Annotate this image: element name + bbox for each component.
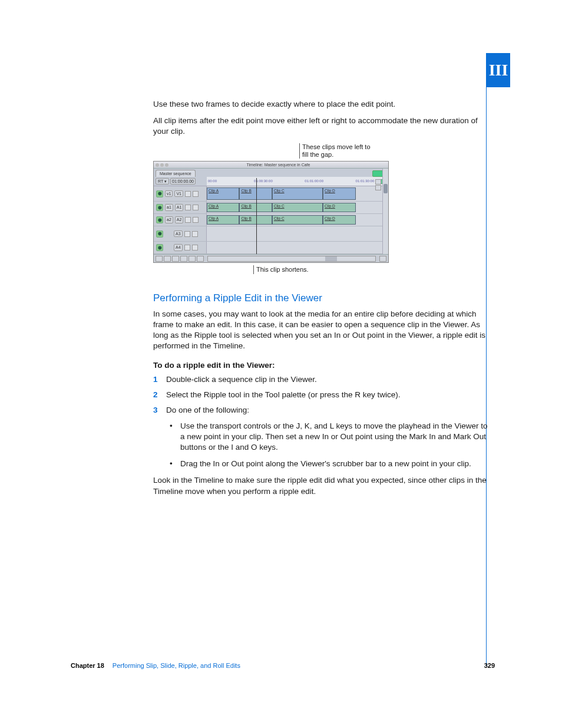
- step-text: Do one of the following:: [166, 405, 489, 416]
- audio-track: ⬤ A3: [154, 226, 388, 242]
- track-body[interactable]: [207, 242, 388, 253]
- dst-label[interactable]: A1: [175, 204, 184, 210]
- clip[interactable]: Clip C: [272, 187, 323, 200]
- page-footer: Chapter 18 Performing Slip, Slide, Rippl…: [71, 662, 495, 669]
- lock-icon[interactable]: [184, 231, 190, 237]
- dst-label[interactable]: V1: [174, 190, 183, 197]
- window-title: Timeline: Master sequence in Cafe: [168, 162, 388, 167]
- horizontal-scrollbar[interactable]: [207, 256, 376, 262]
- clip[interactable]: Clip D: [323, 187, 355, 200]
- step-number: 1: [153, 374, 166, 385]
- callout-text: This clip shortens.: [253, 265, 324, 274]
- video-track: ⬤ v1 V1 Clip A Clip B Clip C Clip D: [154, 186, 388, 202]
- timeline-window: Timeline: Master sequence in Cafe Master…: [153, 161, 389, 263]
- lock-icon[interactable]: [185, 191, 191, 197]
- toolbar-button[interactable]: [164, 256, 171, 262]
- visibility-icon[interactable]: [193, 191, 199, 197]
- clip[interactable]: Clip A: [207, 215, 239, 225]
- clip[interactable]: Clip A: [207, 187, 239, 200]
- src-label[interactable]: a1: [165, 204, 173, 210]
- timeline-footer: [154, 254, 388, 262]
- step-text: Select the Ripple tool in the Tool palet…: [166, 390, 489, 400]
- mute-icon[interactable]: [192, 245, 198, 251]
- clip[interactable]: Clip D: [323, 215, 355, 225]
- clip[interactable]: Clip C: [272, 203, 323, 212]
- paragraph: All clip items after the edit point move…: [153, 116, 489, 137]
- chapter-label: Chapter 18: [71, 662, 104, 669]
- lock-icon[interactable]: [185, 205, 191, 210]
- traffic-lights[interactable]: [156, 163, 168, 167]
- toolbar-button[interactable]: [172, 256, 179, 262]
- track-body[interactable]: [207, 226, 388, 241]
- page-number: 329: [484, 662, 495, 669]
- bullet-text: Drag the In or Out point along the Viewe…: [180, 459, 471, 469]
- ruler-tick: 01:01:30:00: [356, 179, 375, 183]
- step-item: 2 Select the Ripple tool in the Tool pal…: [153, 390, 489, 400]
- sequence-tab[interactable]: Master sequence: [156, 170, 196, 177]
- clip[interactable]: Clip C: [272, 215, 323, 225]
- mute-icon[interactable]: [193, 217, 199, 223]
- bullet-text: Use the transport controls or the J, K, …: [180, 421, 489, 453]
- src-label[interactable]: v1: [165, 190, 173, 197]
- timeline-ruler[interactable]: 00:00 01:00:30:00 01:01:00:00 01:01:30:0…: [207, 177, 388, 186]
- audio-track: ⬤ a2 A2 Clip A Clip B Clip C Clip D: [154, 214, 388, 226]
- source-patch[interactable]: ⬤: [156, 204, 163, 211]
- bullet-list: Use the transport controls or the J, K, …: [166, 421, 489, 470]
- track-header[interactable]: ⬤ a2 A2: [154, 214, 207, 226]
- source-patch[interactable]: ⬤: [156, 230, 163, 238]
- dst-label[interactable]: A4: [174, 244, 183, 251]
- timeline-figure: These clips move left to fill the gap. T…: [153, 143, 489, 274]
- rt-menu[interactable]: RT ▾: [156, 178, 169, 185]
- source-patch[interactable]: ⬤: [156, 244, 163, 251]
- src-label[interactable]: a2: [165, 216, 173, 223]
- source-patch[interactable]: ⬤: [156, 216, 163, 223]
- dst-label[interactable]: A2: [175, 216, 184, 223]
- source-patch[interactable]: ⬤: [156, 190, 163, 197]
- ruler-tick: 00:00: [208, 179, 217, 183]
- numbered-steps: 1 Double-click a sequence clip in the Vi…: [153, 374, 489, 416]
- paragraph: Use these two frames to decide exactly w…: [153, 99, 489, 110]
- timeline-ruler-row: RT ▾ 01:00:00.00 00:00 01:00:30:00 01:01…: [154, 177, 388, 186]
- track-header[interactable]: ⬤ v1 V1: [154, 186, 207, 201]
- clip[interactable]: Clip A: [207, 203, 239, 212]
- clip[interactable]: Clip D: [323, 203, 355, 212]
- ruler-controls: RT ▾ 01:00:00.00: [154, 177, 207, 186]
- snap-button[interactable]: [375, 179, 381, 185]
- toolbar-button[interactable]: [189, 256, 196, 262]
- track-body[interactable]: Clip A Clip B Clip C Clip D: [207, 202, 388, 213]
- track-body[interactable]: Clip A Clip B Clip C Clip D: [207, 214, 388, 226]
- callout-text: These clips move left to fill the gap.: [299, 143, 376, 159]
- playhead[interactable]: [256, 178, 257, 254]
- step-number: 3: [153, 405, 166, 416]
- step-item: 3 Do one of the following:: [153, 405, 489, 416]
- toolbar-button[interactable]: [156, 256, 163, 262]
- toolbar-button[interactable]: [197, 256, 204, 262]
- scroll-right-button[interactable]: [379, 256, 386, 262]
- page-content: Use these two frames to decide exactly w…: [153, 99, 489, 503]
- mute-icon[interactable]: [193, 205, 199, 210]
- bullet-item: Drag the In or Out point along the Viewe…: [166, 459, 489, 469]
- instruction-heading: To do a ripple edit in the Viewer:: [153, 360, 489, 371]
- lock-icon[interactable]: [185, 217, 191, 223]
- track-body[interactable]: Clip A Clip B Clip C Clip D: [207, 186, 388, 201]
- toolbar-button[interactable]: [180, 256, 187, 262]
- step-text: Double-click a sequence clip in the View…: [166, 374, 489, 385]
- track-header[interactable]: ⬤ A3: [154, 226, 207, 241]
- current-timecode[interactable]: 01:00:00.00: [170, 178, 196, 185]
- track-header[interactable]: ⬤ a1 A1: [154, 202, 207, 213]
- step-item: 1 Double-click a sequence clip in the Vi…: [153, 374, 489, 385]
- lock-icon[interactable]: [184, 245, 190, 251]
- audio-track: ⬤ A4: [154, 242, 388, 254]
- step-number: 2: [153, 390, 166, 400]
- vertical-scrollbar[interactable]: [382, 169, 388, 254]
- link-button[interactable]: [375, 185, 381, 190]
- audio-track: ⬤ a1 A1 Clip A Clip B Clip C Clip D: [154, 202, 388, 214]
- section-tab: III: [487, 53, 510, 87]
- mute-icon[interactable]: [192, 231, 198, 237]
- dst-label[interactable]: A3: [174, 230, 183, 237]
- track-header[interactable]: ⬤ A4: [154, 242, 207, 253]
- paragraph: In some cases, you may want to look at t…: [153, 309, 489, 352]
- bullet-item: Use the transport controls or the J, K, …: [166, 421, 489, 453]
- sequence-tabs: Master sequence: [154, 169, 388, 177]
- ruler-tick: 01:01:00:00: [305, 179, 323, 183]
